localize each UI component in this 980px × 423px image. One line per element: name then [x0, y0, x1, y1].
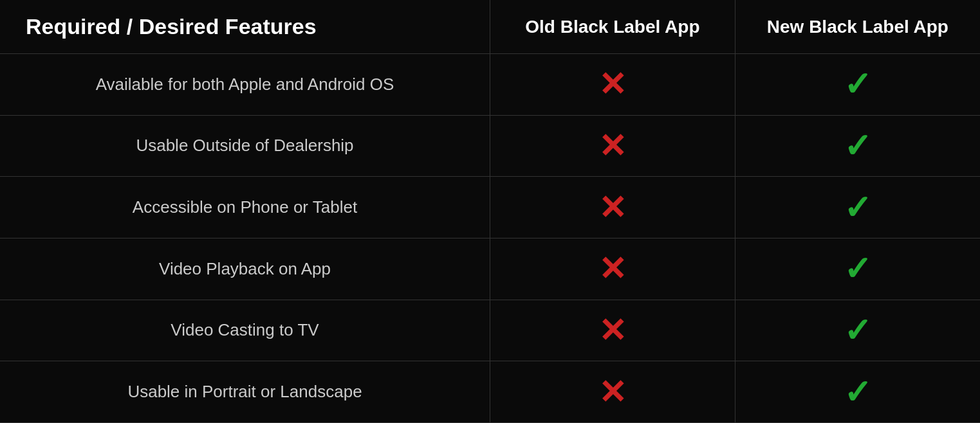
- old-app-status-cell: ✕: [490, 115, 735, 177]
- x-icon: ✕: [598, 250, 627, 287]
- old-app-column-header: Old Black Label App: [490, 0, 735, 54]
- new-app-status-cell: ✓: [735, 361, 980, 423]
- feature-cell: Video Casting to TV: [0, 300, 490, 361]
- x-icon: ✕: [598, 127, 627, 165]
- table-row: Video Playback on App✕✓: [0, 238, 980, 300]
- new-app-status-cell: ✓: [735, 54, 980, 116]
- old-app-status-cell: ✕: [490, 361, 735, 423]
- new-app-status-cell: ✓: [735, 115, 980, 177]
- table-row: Video Casting to TV✕✓: [0, 300, 980, 361]
- check-icon: ✓: [844, 189, 872, 226]
- old-app-status-cell: ✕: [490, 54, 735, 116]
- x-icon: ✕: [598, 312, 627, 349]
- table-row: Available for both Apple and Android OS✕…: [0, 54, 980, 116]
- feature-cell: Accessible on Phone or Tablet: [0, 177, 490, 239]
- new-app-status-cell: ✓: [735, 177, 980, 239]
- check-icon: ✓: [844, 66, 872, 103]
- feature-cell: Video Playback on App: [0, 238, 490, 300]
- table-row: Accessible on Phone or Tablet✕✓: [0, 177, 980, 239]
- new-app-status-cell: ✓: [735, 238, 980, 300]
- old-app-status-cell: ✕: [490, 300, 735, 361]
- feature-column-header: Required / Desired Features: [0, 0, 490, 54]
- feature-cell: Usable Outside of Dealership: [0, 115, 490, 177]
- new-app-column-header: New Black Label App: [735, 0, 980, 54]
- x-icon: ✕: [598, 189, 627, 226]
- new-app-status-cell: ✓: [735, 300, 980, 361]
- x-icon: ✕: [598, 374, 627, 411]
- table-row: Usable Outside of Dealership✕✓: [0, 115, 980, 177]
- feature-cell: Usable in Portrait or Landscape: [0, 361, 490, 423]
- check-icon: ✓: [844, 127, 872, 165]
- table-row: Usable in Portrait or Landscape✕✓: [0, 361, 980, 423]
- comparison-table: Required / Desired Features Old Black La…: [0, 0, 980, 423]
- check-icon: ✓: [844, 250, 872, 287]
- x-icon: ✕: [598, 66, 627, 103]
- old-app-status-cell: ✕: [490, 238, 735, 300]
- feature-cell: Available for both Apple and Android OS: [0, 54, 490, 116]
- old-app-status-cell: ✕: [490, 177, 735, 239]
- check-icon: ✓: [844, 374, 872, 411]
- check-icon: ✓: [844, 312, 872, 349]
